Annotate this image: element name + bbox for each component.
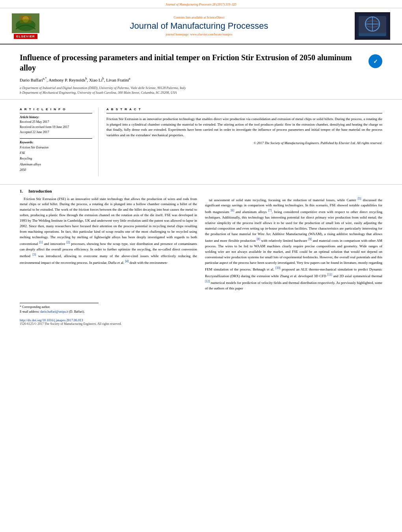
article-info-abstract: A R T I C L E I N F O Article history: R… (0, 100, 402, 184)
footnote-email-line: E-mail address: dario.baffari@unipa.it (… (20, 310, 99, 314)
intro-left-col: Friction Stir Extrusion (FSE) is an inno… (20, 196, 197, 293)
ref-8[interactable]: [8] (257, 237, 260, 241)
journal-title: Journal of Manufacturing Processes (51, 21, 347, 31)
revised-date: Received in revised form 19 June 2017 (20, 125, 92, 130)
ref-12[interactable]: [12] (205, 280, 210, 283)
sciencedirect-line: Contents lists available at ScienceDirec… (51, 16, 347, 19)
intro-para-2: tal assessment of solid state recycling,… (205, 196, 382, 291)
footnote-star: * Corresponding author. (20, 305, 99, 310)
journal-header: ELSEVIER Contents lists available at Sci… (0, 8, 402, 44)
keyword-4: Aluminum alloys (20, 162, 92, 167)
author2-name: , Anthony P. Reynolds (47, 78, 85, 82)
abstract-divider (106, 113, 382, 113)
crossmark-icon: ✓ (368, 54, 382, 68)
ref-9[interactable]: [9] (308, 237, 312, 241)
affiliation-a: a Department of Industrial and Digital I… (20, 85, 382, 91)
keywords-label: Keywords: (20, 141, 92, 144)
issn-line: 1526-6125/© 2017 The Society of Manufact… (20, 322, 382, 326)
author4-sup: a (129, 77, 130, 80)
article-history: Article history: Received 25 May 2017 Re… (20, 115, 92, 135)
journal-reference: Journal of Manufacturing Processes 28 (2… (166, 3, 236, 6)
keyword-1: Friction Stir Extrusion (20, 145, 92, 150)
author1-name: Dario Baffari (20, 78, 43, 82)
info-abstract-columns: A R T I C L E I N F O Article history: R… (20, 108, 382, 176)
keywords-section: Keywords: Friction Stir Extrusion FSE Re… (20, 141, 92, 173)
author4-name: , Livan Fratini (104, 78, 129, 82)
svg-point-1 (16, 19, 35, 31)
section-1-heading: 1. Introduction (20, 189, 382, 193)
journal-top-bar: Journal of Manufacturing Processes 28 (2… (0, 0, 402, 8)
svg-point-3 (22, 16, 29, 22)
ref-2[interactable]: [2] (67, 241, 70, 244)
author3-name: , Xiao Li (87, 78, 102, 82)
author1-sup: a,* (43, 77, 47, 80)
footnote-area: * Corresponding author. E-mail address: … (0, 303, 402, 314)
intro-para-1: Friction Stir Extrusion (FSE) is an inno… (20, 196, 197, 266)
elsevier-logo: ELSEVIER (8, 13, 43, 39)
authors-line: Dario Baffaria,*, Anthony P. Reynoldsb, … (20, 77, 382, 82)
keywords-list: Friction Stir Extrusion FSE Recycling Al… (20, 145, 92, 173)
paper-title-row: Influence of processing parameters and i… (20, 52, 382, 73)
sciencedirect-link-text[interactable]: ScienceDirect (207, 16, 225, 19)
journal-title-section: Contents lists available at ScienceDirec… (43, 16, 355, 36)
info-divider-mid (20, 138, 92, 139)
abstract-title: A B S T R A C T (106, 108, 382, 111)
ref-6[interactable]: [6] (231, 209, 234, 212)
email-label: E-mail address: (20, 310, 40, 313)
paper-title: Influence of processing parameters and i… (20, 52, 368, 73)
email-person: (D. Baffari). (69, 310, 85, 313)
elsevier-image (12, 13, 39, 33)
info-divider-top (20, 113, 92, 113)
intro-right-col: tal assessment of solid state recycling,… (205, 196, 382, 293)
ref-5[interactable]: [5] (358, 197, 361, 200)
ref-10[interactable]: [10] (275, 266, 281, 270)
svg-point-9 (365, 21, 380, 27)
section-title: Introduction (28, 189, 52, 193)
paper-header: Influence of processing parameters and i… (0, 44, 402, 100)
accepted-date: Accepted 22 June 2017 (20, 130, 92, 135)
doi-section: http://dx.doi.org/10.1016/j.jmapro.2017.… (0, 316, 402, 328)
doi-link[interactable]: http://dx.doi.org/10.1016/j.jmapro.2017.… (20, 318, 382, 322)
elsevier-label: ELSEVIER (14, 34, 37, 39)
keyword-5: 2050 (20, 167, 92, 173)
received-date: Received 25 May 2017 (20, 120, 92, 125)
svg-rect-5 (357, 14, 388, 38)
svg-rect-10 (359, 33, 386, 37)
ref-3[interactable]: [3] (33, 253, 36, 256)
svg-point-6 (365, 17, 380, 31)
article-info-column: A R T I C L E I N F O Article history: R… (20, 108, 99, 176)
svg-rect-4 (355, 12, 390, 40)
crossmark-logo: ✓ (368, 54, 382, 68)
footnote-divider: * Corresponding author. E-mail address: … (20, 303, 99, 314)
affiliations: a Department of Industrial and Digital I… (20, 85, 382, 96)
abstract-text: Friction Stir Extrusion is an innovative… (106, 117, 382, 138)
keyword-2: FSE (20, 150, 92, 156)
homepage-link[interactable]: www.elsevier.com/locate/manpro (190, 33, 232, 36)
ref-11[interactable]: [11] (328, 273, 332, 276)
journal-cover-image (355, 12, 390, 40)
journal-homepage-line: journal homepage: www.elsevier.com/locat… (51, 33, 347, 36)
ref-7[interactable]: [7] (268, 209, 272, 212)
affiliation-b: b Department of Mechanical Engineering, … (20, 90, 382, 95)
abstract-column: A B S T R A C T Friction Stir Extrusion … (106, 108, 382, 176)
keyword-3: Recycling (20, 156, 92, 161)
email-link[interactable]: dario.baffari@unipa.it (40, 310, 68, 313)
introduction-columns: Friction Stir Extrusion (FSE) is an inno… (20, 196, 382, 293)
copyright-line: © 2017 The Society of Manufacturing Engi… (106, 141, 382, 145)
history-label: Article history: (20, 115, 92, 119)
section-number: 1. (20, 189, 23, 193)
ref-4[interactable]: [4] (125, 260, 129, 263)
ref-1[interactable]: [1] (39, 241, 43, 244)
article-info-title: A R T I C L E I N F O (20, 108, 92, 111)
main-content: 1. Introduction Friction Stir Extrusion … (0, 184, 402, 301)
